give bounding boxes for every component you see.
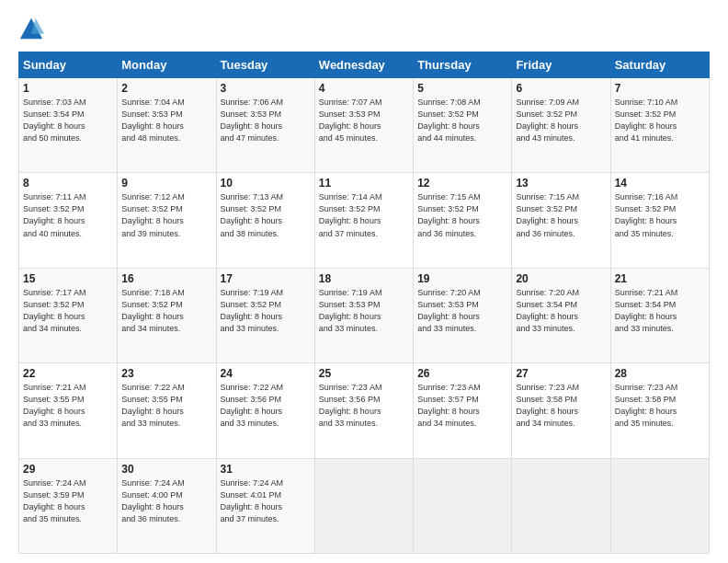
day-info: Sunrise: 7:10 AMSunset: 3:52 PMDaylight:… [615, 97, 705, 144]
calendar-cell: 28Sunrise: 7:23 AMSunset: 3:58 PMDayligh… [610, 363, 709, 458]
day-number: 14 [615, 177, 705, 190]
day-number: 12 [417, 177, 507, 190]
day-info: Sunrise: 7:12 AMSunset: 3:52 PMDaylight:… [121, 191, 211, 239]
calendar-cell: 20Sunrise: 7:20 AMSunset: 3:54 PMDayligh… [512, 268, 610, 362]
calendar-cell: 22Sunrise: 7:21 AMSunset: 3:55 PMDayligh… [19, 363, 118, 458]
calendar-week-5: 29Sunrise: 7:24 AMSunset: 3:59 PMDayligh… [19, 458, 710, 553]
calendar-cell: 4Sunrise: 7:07 AMSunset: 3:53 PMDaylight… [314, 78, 413, 173]
day-number: 6 [516, 82, 606, 95]
calendar-header-wednesday: Wednesday [314, 52, 413, 78]
day-number: 26 [417, 367, 507, 380]
calendar-cell: 30Sunrise: 7:24 AMSunset: 4:00 PMDayligh… [118, 458, 216, 553]
day-info: Sunrise: 7:11 AMSunset: 3:52 PMDaylight:… [23, 191, 113, 239]
day-number: 1 [23, 82, 113, 95]
day-info: Sunrise: 7:24 AMSunset: 3:59 PMDaylight:… [23, 477, 113, 525]
day-number: 9 [121, 177, 211, 190]
day-number: 7 [615, 82, 705, 95]
calendar-cell: 15Sunrise: 7:17 AMSunset: 3:52 PMDayligh… [19, 268, 118, 362]
day-number: 25 [319, 367, 409, 380]
calendar-cell: 11Sunrise: 7:14 AMSunset: 3:52 PMDayligh… [314, 173, 413, 268]
day-info: Sunrise: 7:18 AMSunset: 3:52 PMDaylight:… [121, 287, 211, 335]
calendar-cell: 8Sunrise: 7:11 AMSunset: 3:52 PMDaylight… [19, 173, 118, 268]
day-info: Sunrise: 7:20 AMSunset: 3:53 PMDaylight:… [417, 287, 507, 335]
calendar-cell: 18Sunrise: 7:19 AMSunset: 3:53 PMDayligh… [314, 268, 413, 362]
day-info: Sunrise: 7:07 AMSunset: 3:53 PMDaylight:… [319, 97, 409, 144]
calendar-week-2: 8Sunrise: 7:11 AMSunset: 3:52 PMDaylight… [19, 173, 710, 268]
page: SundayMondayTuesdayWednesdayThursdayFrid… [0, 0, 728, 563]
calendar-header-saturday: Saturday [610, 52, 709, 78]
day-info: Sunrise: 7:06 AMSunset: 3:53 PMDaylight:… [221, 97, 311, 144]
day-number: 28 [615, 367, 705, 380]
day-info: Sunrise: 7:23 AMSunset: 3:58 PMDaylight:… [516, 382, 606, 430]
header [18, 17, 710, 42]
day-info: Sunrise: 7:23 AMSunset: 3:56 PMDaylight:… [319, 382, 409, 430]
day-number: 3 [221, 82, 311, 95]
calendar-cell: 24Sunrise: 7:22 AMSunset: 3:56 PMDayligh… [216, 363, 314, 458]
day-info: Sunrise: 7:24 AMSunset: 4:00 PMDaylight:… [121, 477, 211, 525]
calendar-cell: 19Sunrise: 7:20 AMSunset: 3:53 PMDayligh… [414, 268, 512, 362]
calendar-cell: 23Sunrise: 7:22 AMSunset: 3:55 PMDayligh… [118, 363, 216, 458]
day-info: Sunrise: 7:22 AMSunset: 3:55 PMDaylight:… [121, 382, 211, 430]
calendar-cell: 5Sunrise: 7:08 AMSunset: 3:52 PMDaylight… [414, 78, 512, 173]
calendar-header-thursday: Thursday [414, 52, 512, 78]
day-info: Sunrise: 7:14 AMSunset: 3:52 PMDaylight:… [319, 191, 409, 239]
day-info: Sunrise: 7:23 AMSunset: 3:58 PMDaylight:… [615, 382, 705, 430]
day-number: 29 [23, 463, 113, 476]
day-info: Sunrise: 7:15 AMSunset: 3:52 PMDaylight:… [516, 191, 606, 239]
day-info: Sunrise: 7:09 AMSunset: 3:52 PMDaylight:… [516, 97, 606, 144]
day-number: 24 [221, 367, 311, 380]
day-number: 22 [23, 367, 113, 380]
day-info: Sunrise: 7:15 AMSunset: 3:52 PMDaylight:… [417, 191, 507, 239]
day-info: Sunrise: 7:24 AMSunset: 4:01 PMDaylight:… [221, 477, 311, 525]
day-number: 16 [121, 272, 211, 285]
day-info: Sunrise: 7:23 AMSunset: 3:57 PMDaylight:… [417, 382, 507, 430]
day-info: Sunrise: 7:03 AMSunset: 3:54 PMDaylight:… [23, 97, 113, 144]
calendar-cell: 12Sunrise: 7:15 AMSunset: 3:52 PMDayligh… [414, 173, 512, 268]
day-number: 4 [319, 82, 409, 95]
day-number: 21 [615, 272, 705, 285]
day-info: Sunrise: 7:19 AMSunset: 3:53 PMDaylight:… [319, 287, 409, 335]
calendar-cell: 6Sunrise: 7:09 AMSunset: 3:52 PMDaylight… [512, 78, 610, 173]
calendar-cell: 16Sunrise: 7:18 AMSunset: 3:52 PMDayligh… [118, 268, 216, 362]
calendar-header-friday: Friday [512, 52, 610, 78]
calendar-cell: 3Sunrise: 7:06 AMSunset: 3:53 PMDaylight… [216, 78, 314, 173]
calendar-cell: 9Sunrise: 7:12 AMSunset: 3:52 PMDaylight… [118, 173, 216, 268]
day-number: 19 [417, 272, 507, 285]
day-info: Sunrise: 7:19 AMSunset: 3:52 PMDaylight:… [221, 287, 311, 335]
day-number: 17 [221, 272, 311, 285]
logo [18, 17, 48, 42]
calendar-cell: 21Sunrise: 7:21 AMSunset: 3:54 PMDayligh… [610, 268, 709, 362]
day-number: 2 [121, 82, 211, 95]
calendar-cell: 10Sunrise: 7:13 AMSunset: 3:52 PMDayligh… [216, 173, 314, 268]
day-number: 8 [23, 177, 113, 190]
day-info: Sunrise: 7:22 AMSunset: 3:56 PMDaylight:… [221, 382, 311, 430]
day-info: Sunrise: 7:08 AMSunset: 3:52 PMDaylight:… [417, 97, 507, 144]
day-info: Sunrise: 7:20 AMSunset: 3:54 PMDaylight:… [516, 287, 606, 335]
calendar-header-tuesday: Tuesday [216, 52, 314, 78]
day-info: Sunrise: 7:13 AMSunset: 3:52 PMDaylight:… [221, 191, 311, 239]
day-number: 20 [516, 272, 606, 285]
calendar-cell: 7Sunrise: 7:10 AMSunset: 3:52 PMDaylight… [610, 78, 709, 173]
calendar-cell [414, 458, 512, 553]
calendar-header-sunday: Sunday [19, 52, 118, 78]
calendar-week-4: 22Sunrise: 7:21 AMSunset: 3:55 PMDayligh… [19, 363, 710, 458]
calendar-cell: 27Sunrise: 7:23 AMSunset: 3:58 PMDayligh… [512, 363, 610, 458]
day-number: 10 [221, 177, 311, 190]
calendar-week-1: 1Sunrise: 7:03 AMSunset: 3:54 PMDaylight… [19, 78, 710, 173]
day-info: Sunrise: 7:21 AMSunset: 3:54 PMDaylight:… [615, 287, 705, 335]
calendar-cell: 14Sunrise: 7:16 AMSunset: 3:52 PMDayligh… [610, 173, 709, 268]
day-number: 18 [319, 272, 409, 285]
day-number: 5 [417, 82, 507, 95]
calendar-cell [512, 458, 610, 553]
calendar-cell: 26Sunrise: 7:23 AMSunset: 3:57 PMDayligh… [414, 363, 512, 458]
calendar-cell [314, 458, 413, 553]
calendar-cell: 29Sunrise: 7:24 AMSunset: 3:59 PMDayligh… [19, 458, 118, 553]
day-number: 30 [121, 463, 211, 476]
day-number: 27 [516, 367, 606, 380]
day-number: 15 [23, 272, 113, 285]
day-number: 31 [221, 463, 311, 476]
calendar-cell [610, 458, 709, 553]
day-info: Sunrise: 7:21 AMSunset: 3:55 PMDaylight:… [23, 382, 113, 430]
day-info: Sunrise: 7:16 AMSunset: 3:52 PMDaylight:… [615, 191, 705, 239]
calendar-cell: 2Sunrise: 7:04 AMSunset: 3:53 PMDaylight… [118, 78, 216, 173]
